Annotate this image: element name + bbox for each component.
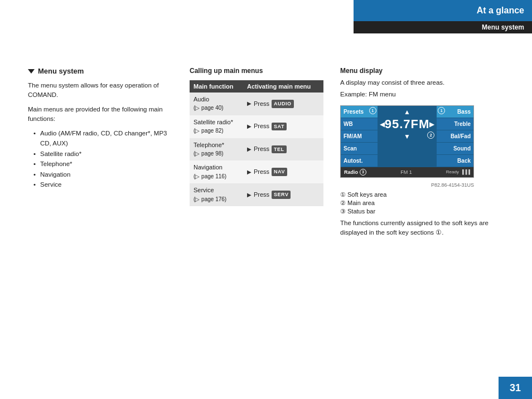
list-item: Satellite radio* <box>33 149 173 159</box>
right-arrow-icon: ▶ <box>429 120 434 128</box>
func-cell: Telephone*(▷ page 98) <box>190 138 243 161</box>
status-right-group: Ready ▐▐▐ <box>446 169 470 174</box>
soft-key-presets: Presets 1 <box>341 106 378 118</box>
soft-key-wb: WB <box>341 118 378 130</box>
menu-display-title: Menu display <box>340 67 507 75</box>
section-title: Menu system <box>28 67 173 75</box>
caption-text: The functions currently assigned to the … <box>340 218 507 238</box>
at-a-glance-header: At a glance <box>354 0 532 21</box>
annotation-1: 1 <box>369 107 376 114</box>
frequency-display: 95.7FM <box>385 117 430 132</box>
col-header-function: Main function <box>190 80 243 93</box>
left-arrow-icon: ◀ <box>380 120 385 128</box>
press-cell: ▶ Press AUDIO <box>243 93 323 115</box>
signal-icon: ▐▐▐ <box>461 169 470 174</box>
left-soft-keys: Presets 1 WB FM/AM Scan Autost. <box>341 106 378 167</box>
soft-key-sound: Sound <box>437 143 473 155</box>
intro-para-1: The menu system allows for easy operatio… <box>28 81 173 100</box>
key-sat: SAT <box>272 123 287 131</box>
soft-key-back: Back <box>437 155 473 167</box>
soft-key-label: Scan <box>344 145 357 152</box>
status-fm1: FM 1 <box>400 169 412 175</box>
press-cell: ▶ Press SERV <box>243 183 323 206</box>
right-soft-keys: 1 Bass Treble Bal/Fad Sound Back <box>437 106 473 167</box>
legend-circle-3: ③ <box>340 208 346 215</box>
left-section: Menu system The menu system allows for e… <box>28 67 173 189</box>
header-bar: At a glance Menu system <box>354 0 532 33</box>
right-section: Menu display A display may consist of th… <box>340 67 507 240</box>
section-title-text: Menu system <box>38 67 84 75</box>
legend-circle-1: ① <box>340 191 346 198</box>
press-cell: ▶ Press TEL <box>243 138 323 161</box>
table-row: Satellite radio*(▷ page 82) ▶ Press SAT <box>190 115 323 138</box>
soft-key-label: FM/AM <box>344 133 362 139</box>
press-cell: ▶ Press SAT <box>243 115 323 138</box>
annotation-2: 2 <box>427 132 434 139</box>
soft-key-label: Treble <box>454 121 471 127</box>
middle-section: Calling up main menus Main function Acti… <box>190 67 323 206</box>
triangle-icon <box>28 69 35 74</box>
menu-table: Main function Activating main menu Audio… <box>190 80 323 206</box>
annotation-3: 3 <box>360 169 366 176</box>
arrow-icon: ▶ <box>247 123 252 130</box>
table-row: Audio(▷ page 40) ▶ Press AUDIO <box>190 93 323 115</box>
legend-text-3: Status bar <box>347 208 375 215</box>
up-arrow-icon: ▲ <box>404 108 410 116</box>
status-ready-label: Ready <box>446 169 459 174</box>
page-number: 31 <box>499 377 532 399</box>
table-row: Telephone*(▷ page 98) ▶ Press TEL <box>190 138 323 161</box>
soft-key-scan: Scan <box>341 143 378 155</box>
freq-row: ◀ 95.7FM ▶ <box>378 116 437 133</box>
legend-text-2: Main area <box>347 199 375 206</box>
soft-key-label: Presets <box>344 109 364 115</box>
calling-up-title: Calling up main menus <box>190 67 323 75</box>
display-example: Example: FM menu <box>340 90 507 99</box>
col-header-activating: Activating main menu <box>243 80 323 93</box>
soft-key-label: Back <box>457 158 471 164</box>
down-arrow-area: ▼ 2 <box>378 133 437 143</box>
key-tel: TEL <box>272 145 287 154</box>
arrow-icon: ▶ <box>247 168 252 176</box>
legend-text-1: Soft keys area <box>347 191 386 198</box>
func-cell: Service(▷ page 176) <box>190 183 243 206</box>
list-item: Audio (AM/FM radio, CD, CD changer*, MP3… <box>33 128 173 149</box>
legend-item-2: ② Main area <box>340 199 507 207</box>
status-bar: Radio 3 FM 1 Ready ▐▐▐ <box>341 167 473 177</box>
key-serv: SERV <box>272 191 291 199</box>
soft-key-autost: Autost. <box>341 155 378 167</box>
legend-item-3: ③ Status bar <box>340 208 507 215</box>
func-cell: Audio(▷ page 40) <box>190 93 243 115</box>
press-label: Press <box>254 145 269 153</box>
soft-key-fmam: FM/AM <box>341 130 378 143</box>
legend-item-1: ① Soft keys area <box>340 191 507 198</box>
press-cell: ▶ Press NAV <box>243 160 323 183</box>
arrow-icon: ▶ <box>247 191 252 199</box>
legend-circle-2: ② <box>340 199 346 207</box>
annotations-legend: ① Soft keys area ② Main area ③ Status ba… <box>340 191 507 215</box>
press-label: Press <box>254 191 269 199</box>
up-arrow-area: ▲ <box>378 106 437 116</box>
down-arrow-icon: ▼ <box>404 133 410 140</box>
soft-key-treble: Treble <box>437 118 473 130</box>
fm-display: Presets 1 WB FM/AM Scan Autost. <box>340 105 474 178</box>
bullet-list: Audio (AM/FM radio, CD, CD changer*, MP3… <box>28 128 173 189</box>
table-row: Service(▷ page 176) ▶ Press SERV <box>190 183 323 206</box>
list-item: Service <box>33 179 173 189</box>
intro-para-2: Main menus are provided for the followin… <box>28 105 173 124</box>
soft-key-label: WB <box>344 121 353 127</box>
soft-key-label: Autost. <box>344 158 362 164</box>
arrow-icon: ▶ <box>247 100 252 108</box>
soft-key-bass: 1 Bass <box>437 106 473 118</box>
main-display-area: ▲ ◀ 95.7FM ▶ ▼ 2 <box>378 106 437 167</box>
key-audio: AUDIO <box>272 100 294 108</box>
func-cell: Satellite radio*(▷ page 82) <box>190 115 243 138</box>
display-desc: A display may consist of three areas. <box>340 78 507 87</box>
list-item: Navigation <box>33 169 173 179</box>
press-label: Press <box>254 122 269 130</box>
list-item: Telephone* <box>33 159 173 169</box>
press-label: Press <box>254 168 269 176</box>
arrow-icon: ▶ <box>247 145 252 153</box>
soft-key-balfad: Bal/Fad <box>437 130 473 143</box>
status-radio-label: Radio <box>344 169 358 175</box>
func-cell: Navigation(▷ page 116) <box>190 160 243 183</box>
